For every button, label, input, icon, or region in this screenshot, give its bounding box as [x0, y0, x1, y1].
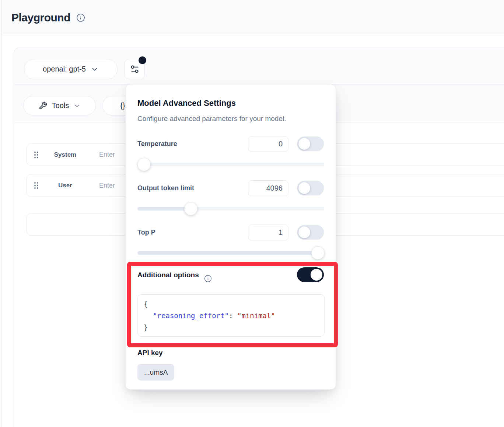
content-left-divider: [1, 0, 2, 427]
temperature-toggle[interactable]: [297, 136, 324, 151]
model-toolbar: openai: gpt-5: [14, 48, 504, 84]
toggle-knob: [311, 269, 322, 281]
output-token-limit-row: Output token limit: [137, 180, 324, 196]
page-title: Playground: [11, 11, 70, 24]
slider-knob[interactable]: [311, 246, 325, 260]
additional-options-toggle[interactable]: [297, 267, 324, 282]
slider-fill: [137, 207, 188, 211]
toggle-knob: [298, 182, 310, 194]
drag-handle-icon[interactable]: [34, 181, 39, 190]
slider-track[interactable]: [137, 163, 325, 166]
json-value: "minimal": [237, 312, 275, 320]
toggle-knob: [298, 226, 310, 238]
top-p-input[interactable]: [248, 225, 288, 240]
sliders-horizontal-icon: [130, 64, 140, 74]
json-brace: }: [144, 323, 148, 331]
info-icon[interactable]: [76, 13, 85, 22]
additional-options-row: Additional options: [137, 267, 324, 283]
json-key: "reasoning_effort": [153, 312, 229, 320]
message-placeholder: Enter: [99, 174, 115, 197]
page-header: Playground: [2, 0, 504, 35]
additional-options-json-editor[interactable]: { "reasoning_effort": "minimal" }: [137, 294, 325, 337]
model-advanced-settings-popover: Model Advanced Settings Configure advanc…: [125, 84, 336, 390]
model-selector-button[interactable]: openai: gpt-5: [24, 59, 118, 79]
model-selector-label: openai: gpt-5: [43, 65, 86, 73]
chevron-down-icon: [74, 103, 80, 109]
top-p-toggle[interactable]: [297, 225, 324, 240]
popover-title: Model Advanced Settings: [137, 98, 236, 108]
tools-button[interactable]: Tools: [23, 96, 96, 115]
chevron-down-icon: [91, 65, 99, 73]
message-role-label: User: [41, 174, 89, 197]
temperature-row: Temperature: [137, 136, 324, 152]
top-p-label: Top P: [137, 225, 155, 240]
temperature-label: Temperature: [137, 136, 177, 152]
output-token-limit-label: Output token limit: [137, 180, 194, 196]
output-token-limit-input[interactable]: [248, 180, 288, 196]
slider-knob[interactable]: [137, 158, 151, 171]
popover-subtitle: Configure advanced parameters for your m…: [137, 115, 286, 123]
slider-track[interactable]: [137, 207, 325, 211]
slider-fill: [137, 251, 325, 255]
output-token-limit-toggle[interactable]: [297, 181, 324, 195]
api-key-chip[interactable]: ...umsA: [137, 364, 174, 381]
notification-dot: [139, 56, 146, 64]
slider-track[interactable]: [137, 251, 325, 255]
json-brace: {: [144, 300, 148, 308]
message-placeholder: Enter: [99, 144, 115, 166]
top-p-row: Top P: [137, 225, 324, 240]
temperature-input[interactable]: [248, 136, 288, 152]
tools-button-label: Tools: [52, 101, 69, 110]
toggle-knob: [298, 138, 310, 150]
top-p-slider[interactable]: [137, 246, 325, 260]
drag-handle-icon[interactable]: [34, 151, 39, 159]
json-colon: :: [229, 312, 237, 320]
api-key-label: API key: [137, 349, 163, 357]
slider-knob[interactable]: [184, 202, 197, 215]
temperature-slider[interactable]: [137, 158, 325, 171]
output-token-limit-slider[interactable]: [137, 202, 325, 215]
model-advanced-settings-button[interactable]: [125, 59, 145, 79]
info-icon[interactable]: [204, 275, 212, 282]
wrench-icon: [39, 101, 47, 110]
message-role-label: System: [41, 144, 89, 166]
additional-options-label: Additional options: [137, 267, 199, 283]
